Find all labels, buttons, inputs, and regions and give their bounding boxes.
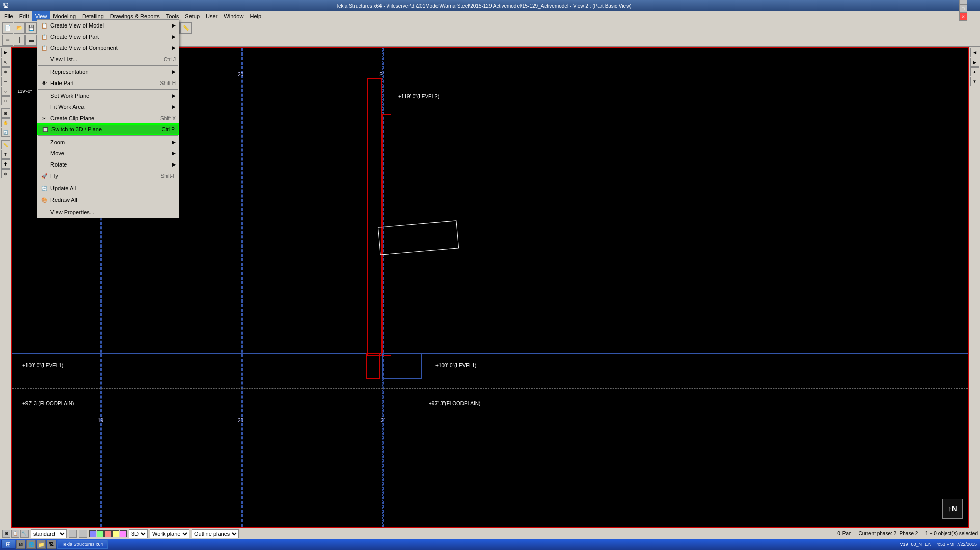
- status-icon-1[interactable]: ⊞: [2, 530, 10, 538]
- create-view-model-label: Create View of Model: [50, 22, 104, 29]
- lt-pan[interactable]: ✋: [1, 118, 10, 127]
- lt-rect[interactable]: □: [1, 96, 10, 105]
- lt-measure[interactable]: 📏: [1, 140, 10, 149]
- taskbar-icon-4[interactable]: 🏗: [47, 540, 56, 549]
- maximize-button[interactable]: □: [959, 5, 967, 13]
- menu-fit-work-area[interactable]: Fit Work Area ▶: [37, 101, 179, 113]
- tb-column[interactable]: ┃: [14, 35, 25, 46]
- hide-part-shortcut: Shift-H: [160, 80, 176, 86]
- mode-select[interactable]: 3D 2D: [129, 529, 148, 538]
- lt-rotate-view[interactable]: 🔄: [1, 128, 10, 137]
- taskbar-icon-1[interactable]: 🖥: [16, 540, 25, 549]
- move-arrow: ▶: [172, 151, 176, 156]
- menu-set-work-plane[interactable]: Set Work Plane ▶: [37, 90, 179, 101]
- view-list-icon: [40, 55, 48, 63]
- menu-redraw-all[interactable]: 🎨 Redraw All: [37, 194, 179, 205]
- label-flood-right: +97'-3"(FLOODPLAIN): [429, 401, 480, 406]
- menu-view-properties[interactable]: View Properties...: [37, 207, 179, 218]
- menu-create-view-part[interactable]: 📋 Create View of Part ▶: [37, 31, 179, 42]
- rt-btn1[interactable]: ◀: [970, 48, 979, 57]
- switch-3d-label: Switch to 3D / Plane: [51, 126, 102, 132]
- level-line-1: [12, 353, 968, 354]
- filter-toggle[interactable]: [79, 530, 87, 538]
- taskbar-icon-2[interactable]: 🌐: [26, 540, 36, 549]
- lt-text[interactable]: T: [1, 150, 10, 159]
- lt-pointer[interactable]: ↖: [1, 58, 10, 67]
- tb-open[interactable]: 📂: [14, 22, 25, 34]
- lang-label: EN: [925, 542, 932, 547]
- menu-create-clip-plane[interactable]: ✂ Create Clip Plane Shift-X: [37, 113, 179, 124]
- minimize-button[interactable]: ─: [959, 0, 967, 5]
- zoom-icon: [40, 138, 48, 146]
- level-line-2: [216, 98, 968, 98]
- tb-plate[interactable]: ▬: [25, 35, 37, 46]
- menu-representation[interactable]: Representation ▶: [37, 66, 179, 77]
- grid-num-21-top: 21: [379, 72, 385, 77]
- menu-create-view-model[interactable]: 📋 Create View of Model ▶: [37, 20, 179, 31]
- move-label: Move: [50, 150, 64, 156]
- tb-save[interactable]: 💾: [25, 22, 37, 34]
- menu-create-view-component[interactable]: 📋 Create View of Component ▶: [37, 42, 179, 53]
- start-button[interactable]: ⊞: [1, 540, 15, 549]
- fit-work-area-label: Fit Work Area: [50, 104, 84, 110]
- pan-label: Pan: [842, 531, 852, 536]
- filter-4[interactable]: [112, 530, 119, 537]
- menu-view-list[interactable]: View List... Ctrl-J: [37, 53, 179, 65]
- label-level2: +119'-0"(LEVEL2): [398, 94, 439, 99]
- status-icon-2[interactable]: 📋: [11, 530, 19, 538]
- taskbar-sys-tray: V19 00_N EN 4:53 PM 7/22/2015: [900, 542, 977, 547]
- lt-line[interactable]: ─: [1, 77, 10, 86]
- view-type-select[interactable]: standard wireframe rendered: [31, 529, 67, 538]
- lt-cross[interactable]: ✚: [1, 159, 10, 169]
- grid-num-19-bot: 19: [98, 418, 103, 423]
- menu-setup[interactable]: Setup: [182, 11, 203, 21]
- filter-1[interactable]: [89, 530, 96, 537]
- representation-icon: [40, 68, 48, 76]
- status-icon-3[interactable]: 🔧: [20, 530, 29, 538]
- filter-3[interactable]: [104, 530, 112, 537]
- work-plane-select[interactable]: Work plane: [150, 529, 189, 538]
- create-clip-plane-label: Create Clip Plane: [50, 115, 94, 121]
- snap-toggle[interactable]: [69, 530, 77, 538]
- tb-measure[interactable]: 📏: [180, 22, 192, 34]
- move-icon: [40, 149, 48, 157]
- redraw-all-icon: 🎨: [40, 196, 48, 204]
- lt-zoom[interactable]: ⊞: [1, 108, 10, 118]
- menu-file[interactable]: File: [1, 11, 16, 21]
- lt-filter[interactable]: ⊛: [1, 169, 10, 178]
- grid-num-20-bot: 20: [238, 418, 243, 423]
- menu-switch-3d[interactable]: 🔲 Switch to 3D / Plane Ctrl-P: [37, 124, 179, 135]
- taskbar-icon-3[interactable]: 📁: [37, 540, 46, 549]
- menu-zoom[interactable]: Zoom ▶: [37, 136, 179, 148]
- menu-window[interactable]: Window: [221, 11, 247, 21]
- rt-btn4[interactable]: ▼: [970, 77, 979, 86]
- menu-hide-part[interactable]: 👁 Hide Part Shift-H: [37, 77, 179, 89]
- lt-select[interactable]: ▶: [1, 48, 10, 57]
- rt-btn3[interactable]: ▲: [970, 67, 979, 76]
- active-window-btn[interactable]: Tekla Structures x64: [57, 540, 108, 549]
- outline-planes-select[interactable]: Outline planes: [192, 529, 239, 538]
- menu-edit[interactable]: Edit: [16, 11, 32, 21]
- sep2: [38, 89, 178, 90]
- menu-update-all[interactable]: 🔄 Update All: [37, 183, 179, 194]
- lt-snap[interactable]: ⊕: [1, 67, 10, 76]
- tb-new[interactable]: 📄: [2, 22, 13, 34]
- menu-move[interactable]: Move ▶: [37, 148, 179, 159]
- status-toolbar-icons: ⊞ 📋 🔧: [2, 530, 29, 538]
- menu-user[interactable]: User: [203, 11, 221, 21]
- left-toolbar: ▶ ↖ ⊕ ─ ○ □ ⊞ ✋ 🔄 📏 T ✚ ⊛: [0, 47, 11, 528]
- title-bar-icon: 🏗: [2, 2, 8, 9]
- rt-btn2[interactable]: ▶: [970, 58, 979, 67]
- current-phase: Current phase: 2, Phase 2: [859, 531, 918, 536]
- menu-fly[interactable]: 🚀 Fly Shift-F: [37, 170, 179, 181]
- lt-circle[interactable]: ○: [1, 87, 10, 96]
- filter-5[interactable]: [120, 530, 127, 537]
- compass: ↑N: [942, 499, 963, 519]
- tb-beam[interactable]: ━: [2, 35, 13, 46]
- close-button[interactable]: ✕: [959, 13, 967, 21]
- switch-3d-shortcut: Ctrl-P: [161, 127, 175, 132]
- menu-rotate[interactable]: Rotate ▶: [37, 159, 179, 170]
- hide-part-label: Hide Part: [50, 80, 74, 86]
- filter-2[interactable]: [97, 530, 104, 537]
- menu-help[interactable]: Help: [247, 11, 264, 21]
